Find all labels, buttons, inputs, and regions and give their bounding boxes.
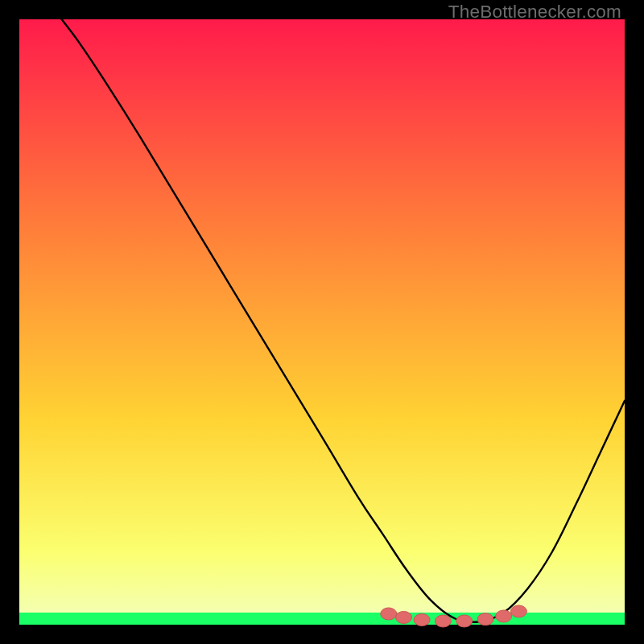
marker-dot [496, 610, 512, 622]
curve-layer [19, 19, 625, 625]
optimal-range-markers [381, 605, 527, 627]
marker-dot [396, 611, 412, 623]
plot-frame [19, 19, 625, 625]
watermark-text: TheBottlenecker.com [448, 2, 621, 23]
marker-dot [510, 605, 526, 617]
marker-dot [435, 615, 451, 627]
marker-dot [381, 608, 397, 620]
bottleneck-curve [62, 19, 625, 622]
marker-dot [456, 615, 473, 627]
marker-dot [414, 613, 430, 625]
marker-dot [477, 613, 493, 625]
